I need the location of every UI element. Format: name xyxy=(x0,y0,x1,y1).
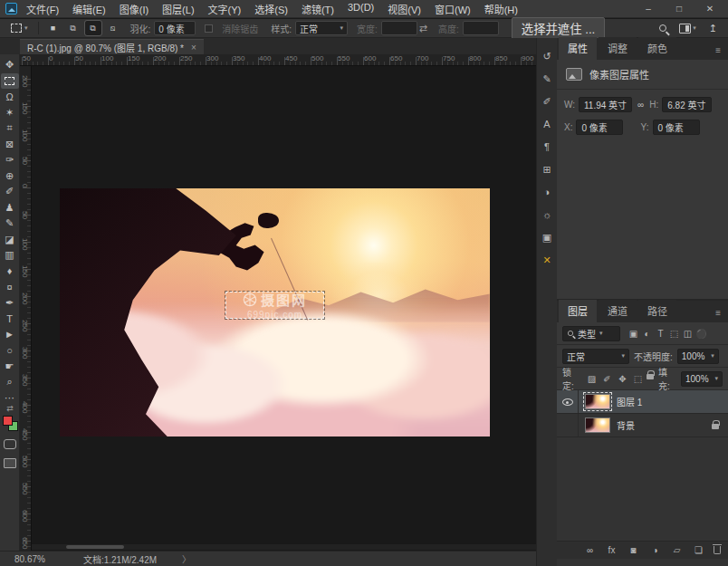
layer-filter-type-select[interactable]: 类型 ▾ xyxy=(562,326,620,341)
filter-smart-object-icon[interactable]: ◫ xyxy=(681,329,694,339)
brush-settings-panel-icon[interactable]: ✎ xyxy=(539,72,555,86)
zoom-tool[interactable]: ⌕ xyxy=(1,374,19,390)
menu-item[interactable]: 文件(F) xyxy=(26,2,59,16)
visibility-toggle[interactable] xyxy=(557,390,579,413)
tool-preset-picker[interactable]: ▾ xyxy=(7,22,32,34)
scrollbar-thumb[interactable] xyxy=(66,545,124,549)
brushes-panel-icon[interactable]: ✐ xyxy=(539,94,555,109)
x-value-field[interactable]: 0 像素 xyxy=(576,120,623,135)
zoom-level-field[interactable]: 80.67% xyxy=(14,554,45,564)
type-tool[interactable]: T xyxy=(1,311,19,327)
filter-adjustment-layers-icon[interactable]: ◐ xyxy=(640,329,654,339)
tab-adjustments[interactable]: 调整 xyxy=(599,37,637,60)
adjustment-layer-icon[interactable]: ◑ xyxy=(648,545,662,555)
close[interactable]: ✕ xyxy=(704,4,715,14)
lock-artboard-icon[interactable]: ⬚ xyxy=(631,374,645,384)
menu-item[interactable]: 3D(D) xyxy=(348,2,374,16)
menu-item[interactable]: 视图(V) xyxy=(388,2,421,16)
blend-mode-select[interactable]: 正常▾ xyxy=(562,349,629,364)
blur-tool[interactable]: ♦ xyxy=(1,264,19,280)
share-icon[interactable]: ↥ xyxy=(709,23,717,34)
filter-pixel-layers-icon[interactable]: ▣ xyxy=(627,329,640,339)
style-select[interactable]: 正常▾ xyxy=(295,21,348,35)
foreground-color-swatch[interactable] xyxy=(3,416,13,426)
vertical-ruler[interactable]: 2001501005005010015020025030035040045050… xyxy=(20,66,32,551)
learn-panel-icon[interactable]: ☼ xyxy=(539,207,555,222)
select-and-mask-button[interactable]: 选择并遮住 ... xyxy=(512,17,605,40)
comments-panel-icon[interactable]: ▣ xyxy=(539,230,555,245)
new-layer-icon[interactable]: ❏ xyxy=(692,545,705,555)
swap-width-height-icon[interactable]: ⇄ xyxy=(419,23,427,34)
filter-switch-icon[interactable]: ⚫ xyxy=(694,329,708,339)
path-selection-tool[interactable]: ► xyxy=(1,327,19,343)
menu-item[interactable]: 编辑(E) xyxy=(72,2,106,16)
tab-properties[interactable]: 属性 xyxy=(559,37,597,60)
frame-tool[interactable]: ⊠ xyxy=(1,137,19,153)
filter-shape-layers-icon[interactable]: ⬚ xyxy=(667,329,681,339)
crop-tool[interactable]: ⌗ xyxy=(1,120,19,137)
eyedropper-tool[interactable]: ✑ xyxy=(1,152,19,168)
marching-ants-selection[interactable]: 摄图网 699pic.com xyxy=(225,292,324,319)
feather-input[interactable]: 0 像素 xyxy=(154,21,196,35)
tab-channels[interactable]: 通道 xyxy=(599,300,637,322)
menu-item[interactable]: 滤镜(T) xyxy=(302,2,334,16)
clone-stamp-tool[interactable]: ♟ xyxy=(1,200,19,216)
horizontal-ruler[interactable]: 5005010015020025030035040045050055060065… xyxy=(20,54,536,66)
new-selection-icon[interactable]: ■ xyxy=(45,21,62,35)
lock-pixels-icon[interactable]: ✐ xyxy=(600,374,614,384)
screen-mode-icon[interactable] xyxy=(4,458,16,468)
delete-layer-icon[interactable] xyxy=(714,546,721,554)
visibility-toggle[interactable] xyxy=(557,414,579,436)
layer-group-icon[interactable]: ▱ xyxy=(670,545,684,555)
rectangular-marquee-tool[interactable] xyxy=(1,73,19,90)
link-dimensions-icon[interactable]: ∞ xyxy=(636,100,646,110)
link-layers-icon[interactable]: ∞ xyxy=(583,545,597,555)
swap-colors-icon[interactable]: ⇄ xyxy=(6,404,14,413)
tab-color[interactable]: 颜色 xyxy=(638,37,676,60)
fill-select[interactable]: 100%▾ xyxy=(681,371,723,387)
width-input[interactable] xyxy=(381,21,417,35)
libraries-panel-icon[interactable]: ⊞ xyxy=(539,162,555,177)
opacity-select[interactable]: 100%▾ xyxy=(677,349,719,364)
menu-item[interactable]: 选择(S) xyxy=(254,2,288,16)
panel-menu-icon[interactable]: ≡ xyxy=(715,45,728,60)
ps-home-icon[interactable] xyxy=(5,3,17,14)
hand-tool[interactable]: ☛ xyxy=(1,359,19,375)
layer-row-background[interactable]: 背景 xyxy=(557,414,728,437)
filter-type-layers-icon[interactable]: T xyxy=(654,329,667,339)
layer-mask-icon[interactable]: ◙ xyxy=(627,545,640,555)
menu-item[interactable]: 窗口(W) xyxy=(435,2,471,16)
panel-menu-icon[interactable]: ≡ xyxy=(715,308,728,322)
quick-selection-tool[interactable]: ✶ xyxy=(1,105,19,121)
extensions-panel-icon[interactable]: ✕ xyxy=(539,253,555,267)
add-to-selection-icon[interactable]: ⧉ xyxy=(65,21,81,35)
canvas-pasteboard[interactable]: 摄图网 699pic.com xyxy=(32,66,536,551)
dodge-tool[interactable]: ¤ xyxy=(1,279,19,295)
menu-item[interactable]: 图像(I) xyxy=(120,2,148,16)
width-value-field[interactable]: 11.94 英寸 xyxy=(579,97,632,112)
layer-effects-icon[interactable]: fx xyxy=(605,545,618,555)
pen-tool[interactable]: ✒ xyxy=(1,295,19,312)
status-chevron-icon[interactable]: 〉 xyxy=(182,552,191,566)
lock-transparency-icon[interactable]: ▨ xyxy=(585,374,599,384)
menu-item[interactable]: 图层(L) xyxy=(162,2,194,16)
paragraph-panel-icon[interactable]: ¶ xyxy=(539,139,555,154)
lasso-tool[interactable]: Ω xyxy=(1,89,19,105)
lock-position-icon[interactable]: ✥ xyxy=(616,374,629,384)
spot-healing-brush-tool[interactable]: ⊕ xyxy=(1,168,19,185)
height-value-field[interactable]: 6.82 英寸 xyxy=(662,97,711,112)
history-panel-icon[interactable]: ↺ xyxy=(539,49,555,63)
eraser-tool[interactable]: ◪ xyxy=(1,232,19,248)
y-value-field[interactable]: 0 像素 xyxy=(653,120,700,135)
document-image[interactable]: 摄图网 699pic.com xyxy=(60,188,490,436)
shape-tool[interactable]: ○ xyxy=(1,342,19,359)
brush-tool[interactable]: ✐ xyxy=(1,184,19,200)
layer-name[interactable]: 图层 1 xyxy=(617,395,642,408)
subtract-from-selection-icon[interactable]: ⧉ xyxy=(85,21,101,35)
quick-mask-mode-icon[interactable] xyxy=(4,439,16,449)
horizontal-scrollbar[interactable] xyxy=(32,544,536,550)
tab-layers[interactable]: 图层 xyxy=(559,300,597,322)
gradient-tool[interactable]: ▥ xyxy=(1,247,19,264)
minimize[interactable]: – xyxy=(643,4,654,14)
layer-name[interactable]: 背景 xyxy=(617,418,635,432)
